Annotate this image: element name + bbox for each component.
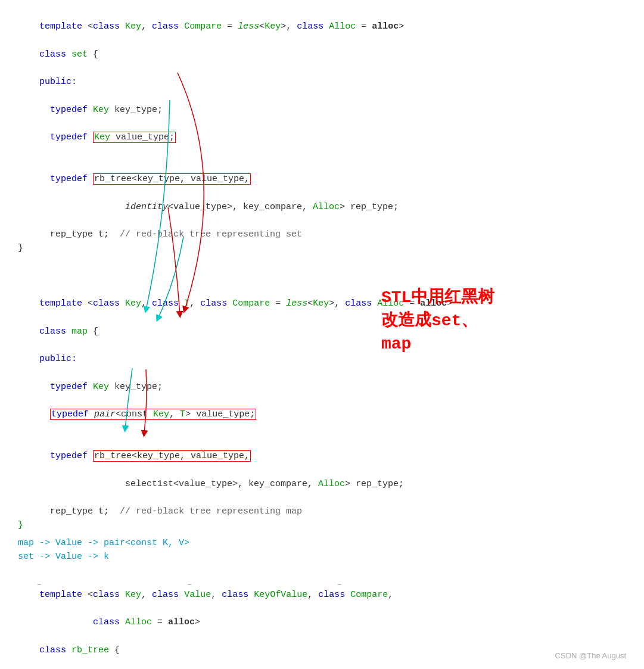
credits: CSDN @The August [555, 651, 626, 660]
code-line-s1l9: rep_type t; // red-black tree representi… [18, 214, 452, 242]
code-line-s2l9: rep_type t; // red-black tree representi… [18, 491, 452, 519]
code-line-s1l3: public: [18, 61, 452, 89]
code-line-s2l4: typedef Key key_type; [18, 366, 452, 394]
map-line: map -> Value -> pair<const K, V> [18, 538, 189, 548]
annotation-line2: 改造成set、 [381, 312, 478, 330]
code-line-s2l5: typedef pair<const Key, T> value_type; [18, 394, 452, 422]
code-line-s2l6 [18, 422, 452, 435]
spacer2 [18, 269, 452, 283]
footer-dots: - - - [36, 578, 361, 592]
code-line-s3l3: class rb_tree { [18, 629, 452, 657]
code-line-s1l10: } [18, 241, 452, 255]
code-line-s1l6 [18, 145, 452, 158]
code-line-s1l2: class set { [18, 34, 452, 62]
code-line-s2l8: select1st<value_type>, key_compare, Allo… [18, 463, 452, 491]
code-line-s1l7: typedef rb_tree<key_type, value_type, [18, 158, 452, 186]
code-line-s1l1: template <class Key, class Compare = les… [18, 6, 452, 34]
bottom-text: map -> Value -> pair<const K, V> set -> … [18, 538, 189, 562]
code-line-s1l4: typedef Key key_type; [18, 89, 452, 117]
set-line: set -> Value -> k [18, 552, 189, 562]
spacer5 [18, 560, 452, 574]
code-line-s3l4: protected: [18, 657, 452, 669]
code-line-s2l10: } [18, 518, 452, 532]
annotation-text: STL中用红黑树 改造成set、 map [381, 286, 494, 356]
annotation-line1: STL中用红黑树 [381, 288, 494, 307]
annotation-line3: map [381, 335, 411, 353]
spacer1 [18, 256, 452, 269]
code-line-s1l5: typedef Key value_type; [18, 117, 452, 145]
code-line-s2l7: typedef rb_tree<key_type, value_type, [18, 435, 452, 463]
code-line-s1l8: identity<value_type>, key_compare, Alloc… [18, 186, 452, 214]
code-line-s3l2: class Alloc = alloc> [18, 602, 452, 630]
